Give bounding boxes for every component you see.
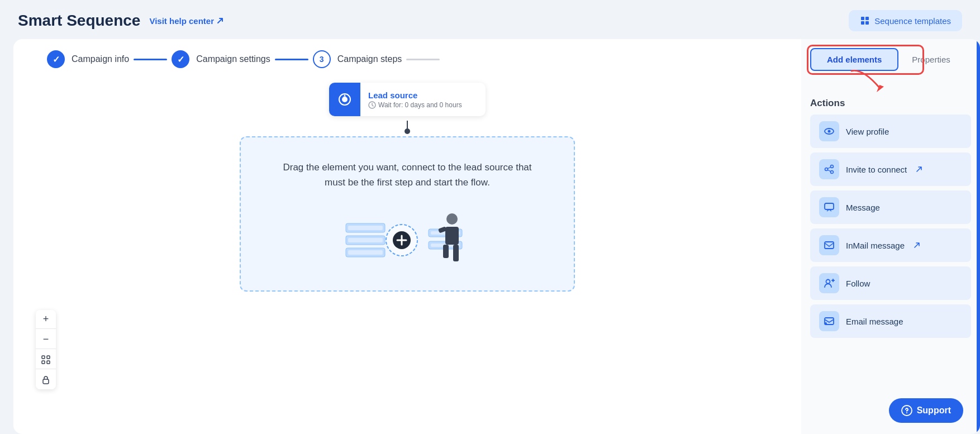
sequence-templates-icon (860, 16, 870, 26)
svg-rect-29 (47, 361, 50, 364)
header: Smart Sequence Visit help center Sequenc… (0, 0, 980, 39)
external-icon (916, 166, 922, 173)
step1-label: Campaign info (72, 54, 129, 64)
inmail-svg (824, 240, 835, 251)
eye-icon (824, 126, 835, 137)
invite-connect-label: Invite to connect (846, 165, 907, 174)
svg-rect-12 (348, 250, 383, 255)
lead-source-title: Lead source (368, 90, 462, 100)
support-icon (901, 405, 912, 416)
svg-rect-2 (861, 21, 864, 25)
message-icon (819, 197, 839, 217)
svg-rect-24 (453, 245, 459, 261)
chat-icon (824, 202, 835, 213)
svg-point-47 (906, 412, 907, 413)
step3-circle: 3 (313, 50, 331, 68)
svg-point-45 (825, 322, 827, 325)
inmail-icon (819, 235, 839, 255)
lead-source-subtitle: Wait for: 0 days and 0 hours (368, 101, 462, 109)
drag-instruction-text: Drag the element you want, connect to th… (274, 160, 540, 190)
svg-point-36 (831, 171, 834, 174)
illustration-svg (335, 207, 480, 268)
main-container: Smart Sequence Visit help center Sequenc… (0, 0, 980, 434)
message-label: Message (846, 203, 880, 212)
view-profile-icon (819, 121, 839, 141)
actions-title: Actions (810, 98, 971, 109)
stepper: ✓ Campaign info ✓ Campaign settings 3 Ca… (13, 39, 801, 77)
email-icon (819, 311, 839, 331)
svg-rect-23 (443, 245, 449, 258)
properties-tab[interactable]: Properties (901, 48, 961, 71)
step1-circle: ✓ (47, 50, 65, 68)
invite-connect-icon (819, 159, 839, 179)
follow-label: Follow (846, 279, 870, 288)
right-panel: Add elements Properties Actions (801, 39, 980, 434)
svg-rect-28 (42, 361, 45, 364)
email-label: Email message (846, 317, 903, 326)
drag-instruction-box: Drag the element you want, connect to th… (240, 136, 575, 292)
support-button[interactable]: Support (889, 398, 963, 423)
fit-screen-button[interactable] (36, 350, 56, 369)
content-area: ✓ Campaign info ✓ Campaign settings 3 Ca… (0, 39, 980, 434)
action-email[interactable]: Email message (810, 304, 971, 338)
svg-rect-3 (865, 21, 869, 25)
visit-help-link[interactable]: Visit help center (149, 16, 224, 26)
clock-icon (368, 101, 376, 109)
svg-point-35 (825, 168, 828, 171)
svg-rect-40 (825, 242, 834, 249)
action-follow[interactable]: Follow (810, 266, 971, 300)
lead-source-card[interactable]: Lead source Wait for: 0 days and 0 hours (329, 83, 486, 116)
share-icon (824, 164, 835, 175)
external-icon-2 (914, 242, 920, 249)
external-link-icon (216, 17, 224, 25)
svg-point-5 (342, 97, 348, 102)
vertical-bar (977, 39, 980, 434)
zoom-controls: + − (36, 310, 56, 389)
svg-point-21 (446, 213, 458, 225)
lead-source-icon-bg (329, 83, 360, 116)
svg-point-33 (828, 130, 831, 133)
step3-label: Campaign steps (337, 54, 402, 64)
user-plus-icon (824, 278, 835, 289)
view-profile-label: View profile (846, 127, 889, 136)
header-left: Smart Sequence Visit help center (18, 12, 224, 30)
zoom-in-button[interactable]: + (36, 310, 56, 329)
step2-label: Campaign settings (196, 54, 270, 64)
step2-circle: ✓ (172, 50, 189, 68)
actions-section: Actions View profile Invite to connect (801, 93, 980, 434)
connector-line (407, 121, 408, 128)
page-title: Smart Sequence (18, 12, 140, 30)
svg-rect-30 (43, 379, 49, 384)
svg-point-41 (826, 280, 830, 284)
svg-line-38 (827, 170, 831, 171)
svg-rect-27 (47, 356, 50, 359)
sequence-templates-button[interactable]: Sequence templates (849, 10, 962, 31)
action-view-profile[interactable]: View profile (810, 115, 971, 148)
lead-source-info: Lead source Wait for: 0 days and 0 hours (360, 86, 470, 113)
arrow-svg (846, 65, 896, 93)
connector-dot (405, 128, 410, 134)
fit-icon (41, 355, 50, 364)
email-svg (824, 316, 835, 327)
svg-rect-26 (42, 356, 45, 359)
svg-rect-8 (348, 226, 383, 230)
follow-icon (819, 273, 839, 293)
zoom-out-button[interactable]: − (36, 330, 56, 349)
inmail-label: InMail message (846, 241, 905, 250)
svg-rect-22 (445, 227, 459, 245)
svg-line-37 (827, 167, 831, 169)
canvas-content: Lead source Wait for: 0 days and 0 hours… (13, 77, 801, 292)
svg-rect-10 (348, 238, 383, 242)
canvas-area: ✓ Campaign info ✓ Campaign settings 3 Ca… (13, 39, 801, 434)
svg-rect-1 (865, 17, 869, 20)
action-inmail[interactable]: InMail message (810, 228, 971, 262)
illustration (274, 207, 540, 268)
arrow-area (801, 71, 980, 93)
svg-rect-0 (861, 17, 864, 20)
action-invite-connect[interactable]: Invite to connect (810, 152, 971, 186)
lead-source-icon (336, 90, 354, 108)
lock-icon (42, 375, 50, 384)
svg-rect-39 (825, 203, 834, 209)
lock-button[interactable] (36, 370, 56, 389)
action-message[interactable]: Message (810, 190, 971, 224)
